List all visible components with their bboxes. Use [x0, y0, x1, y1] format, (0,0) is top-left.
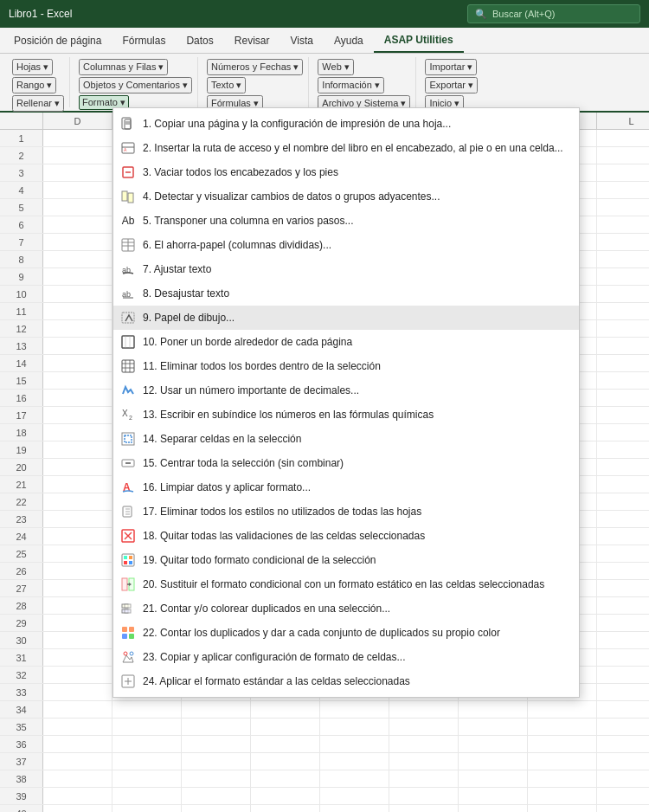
- sheet-cell[interactable]: [597, 563, 649, 579]
- sheet-cell[interactable]: [320, 719, 389, 735]
- sheet-cell[interactable]: [251, 719, 320, 735]
- sheet-cell[interactable]: [597, 580, 649, 596]
- sheet-cell[interactable]: [597, 390, 649, 406]
- menu-item-9[interactable]: 9. Papel de dibujo...: [113, 306, 579, 330]
- sheet-cell[interactable]: [43, 441, 112, 458]
- sheet-cell[interactable]: [597, 407, 649, 423]
- sheet-cell[interactable]: [597, 805, 649, 812]
- sheet-cell[interactable]: [459, 788, 528, 804]
- sheet-cell[interactable]: [597, 545, 649, 562]
- sheet-cell[interactable]: [43, 338, 112, 354]
- sheet-cell[interactable]: [251, 805, 320, 812]
- sheet-cell[interactable]: [597, 459, 649, 475]
- sheet-cell[interactable]: [43, 719, 112, 735]
- btn-info[interactable]: Información ▾: [318, 77, 384, 93]
- sheet-cell[interactable]: [459, 701, 528, 718]
- sheet-cell[interactable]: [43, 286, 112, 302]
- sheet-cell[interactable]: [251, 788, 320, 804]
- sheet-cell[interactable]: [43, 770, 112, 787]
- sheet-cell[interactable]: [43, 528, 112, 545]
- menu-item-17[interactable]: 17. Eliminar todos los estilos no utiliz…: [113, 499, 579, 524]
- sheet-cell[interactable]: [43, 701, 112, 718]
- sheet-cell[interactable]: [43, 199, 112, 216]
- sheet-cell[interactable]: [43, 251, 112, 267]
- sheet-cell[interactable]: [320, 701, 389, 718]
- sheet-cell[interactable]: [597, 251, 649, 267]
- sheet-cell[interactable]: [320, 770, 389, 787]
- sheet-cell[interactable]: [597, 753, 649, 770]
- sheet-cell[interactable]: [597, 199, 649, 216]
- sheet-cell[interactable]: [112, 805, 182, 812]
- sheet-cell[interactable]: [182, 701, 251, 718]
- sheet-cell[interactable]: [597, 355, 649, 371]
- sheet-cell[interactable]: [597, 441, 649, 458]
- sheet-cell[interactable]: [389, 753, 459, 770]
- sheet-cell[interactable]: [459, 736, 528, 752]
- menu-item-16[interactable]: A16. Limpiar datos y aplicar formato...: [113, 475, 579, 499]
- menu-item-22[interactable]: 22. Contar los duplicados y dar a cada c…: [113, 621, 579, 645]
- sheet-cell[interactable]: [112, 736, 182, 752]
- sheet-cell[interactable]: [320, 805, 389, 812]
- menu-item-23[interactable]: 23. Copiar y aplicar configuración de fo…: [113, 645, 579, 669]
- sheet-cell[interactable]: [597, 303, 649, 319]
- sheet-cell[interactable]: [597, 597, 649, 614]
- btn-objetos[interactable]: Objetos y Comentarios ▾: [79, 77, 192, 93]
- table-row[interactable]: 37: [0, 753, 649, 770]
- sheet-cell[interactable]: [389, 805, 459, 812]
- sheet-cell[interactable]: [528, 701, 597, 718]
- menu-item-2[interactable]: A2. Insertar la ruta de acceso y el nomb…: [113, 136, 579, 160]
- menu-item-3[interactable]: 3. Vaciar todos los encabezados y los pi…: [113, 160, 579, 184]
- sheet-cell[interactable]: [43, 234, 112, 250]
- sheet-cell[interactable]: [251, 736, 320, 752]
- sheet-cell[interactable]: [251, 770, 320, 787]
- btn-texto[interactable]: Texto ▾: [207, 77, 246, 93]
- sheet-cell[interactable]: [112, 701, 182, 718]
- tab-review[interactable]: Revisar: [224, 28, 280, 53]
- sheet-cell[interactable]: [182, 753, 251, 770]
- sheet-cell[interactable]: [43, 182, 112, 198]
- tab-data[interactable]: Datos: [176, 28, 223, 53]
- tab-help[interactable]: Ayuda: [324, 28, 374, 53]
- sheet-cell[interactable]: [43, 303, 112, 319]
- menu-item-5[interactable]: Ab5. Transponer una columna en varios pa…: [113, 209, 579, 233]
- sheet-cell[interactable]: [43, 355, 112, 371]
- btn-rellenar[interactable]: Rellenar ▾: [12, 95, 64, 112]
- tab-formulas[interactable]: Fórmulas: [112, 28, 176, 53]
- menu-item-11[interactable]: 11. Eliminar todos los bordes dentro de …: [113, 354, 579, 378]
- sheet-cell[interactable]: [43, 667, 112, 683]
- sheet-cell[interactable]: [597, 719, 649, 735]
- sheet-cell[interactable]: [43, 563, 112, 579]
- sheet-cell[interactable]: [182, 788, 251, 804]
- sheet-cell[interactable]: [597, 164, 649, 181]
- sheet-cell[interactable]: [43, 805, 112, 812]
- sheet-cell[interactable]: [182, 736, 251, 752]
- tab-asap[interactable]: ASAP Utilities: [374, 28, 464, 53]
- sheet-cell[interactable]: [597, 234, 649, 250]
- sheet-cell[interactable]: [389, 701, 459, 718]
- sheet-cell[interactable]: [43, 372, 112, 389]
- btn-columnas[interactable]: Columnas y Filas ▾: [79, 59, 168, 75]
- menu-item-20[interactable]: 20. Sustituir el formato condicional con…: [113, 572, 579, 596]
- sheet-cell[interactable]: [320, 753, 389, 770]
- menu-item-12[interactable]: 12. Usar un número importante de decimal…: [113, 378, 579, 403]
- menu-item-19[interactable]: 19. Quitar todo formato condicional de l…: [113, 548, 579, 572]
- sheet-cell[interactable]: [112, 770, 182, 787]
- sheet-cell[interactable]: [43, 649, 112, 666]
- table-row[interactable]: 40: [0, 805, 649, 812]
- sheet-cell[interactable]: [597, 788, 649, 804]
- sheet-cell[interactable]: [389, 736, 459, 752]
- btn-rango[interactable]: Rango ▾: [12, 77, 56, 93]
- sheet-cell[interactable]: [597, 493, 649, 510]
- menu-item-14[interactable]: 14. Separar celdas en la selección: [113, 427, 579, 451]
- sheet-cell[interactable]: [43, 147, 112, 164]
- table-row[interactable]: 39: [0, 788, 649, 805]
- sheet-cell[interactable]: [597, 528, 649, 545]
- sheet-cell[interactable]: [43, 390, 112, 406]
- sheet-cell[interactable]: [597, 684, 649, 700]
- btn-importar[interactable]: Importar ▾: [425, 59, 477, 75]
- sheet-cell[interactable]: [597, 511, 649, 527]
- sheet-cell[interactable]: [597, 268, 649, 285]
- sheet-cell[interactable]: [597, 424, 649, 441]
- sheet-cell[interactable]: [389, 719, 459, 735]
- search-box[interactable]: 🔍 Buscar (Alt+Q): [467, 4, 640, 23]
